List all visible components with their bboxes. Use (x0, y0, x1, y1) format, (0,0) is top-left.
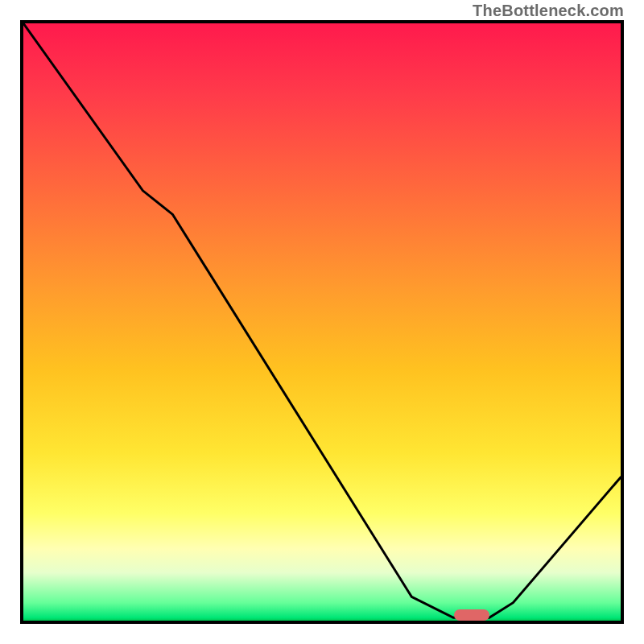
optimal-marker (454, 609, 489, 621)
watermark-text: TheBottleneck.com (473, 2, 624, 20)
chart-area (20, 20, 624, 624)
bottleneck-curve (23, 23, 621, 621)
